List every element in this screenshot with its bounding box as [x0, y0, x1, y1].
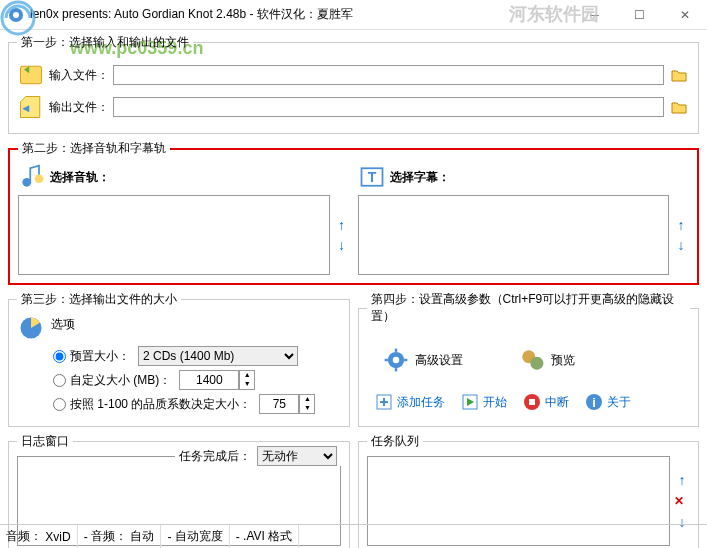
step1-fieldset: 第一步：选择输入和输出的文件 输入文件： 输出文件： — [8, 34, 699, 134]
input-file-icon — [17, 61, 45, 89]
svg-rect-20 — [529, 399, 535, 405]
advanced-settings-button[interactable]: 高级设置 — [383, 347, 463, 373]
step4-fieldset: 第四步：设置高级参数（Ctrl+F9可以打开更高级的隐藏设置） 高级设置 预览 … — [358, 291, 700, 427]
film-icon — [519, 347, 545, 373]
quality-spinner[interactable]: ▲▼ — [299, 394, 315, 414]
queue-remove-button[interactable]: ✕ — [674, 494, 690, 508]
info-icon: i — [585, 393, 603, 411]
browse-input-button[interactable] — [668, 65, 690, 85]
subtitle-up-button[interactable]: ↑ — [673, 217, 689, 233]
custom-size-spinner[interactable]: ▲▼ — [239, 370, 255, 390]
subtitle-down-button[interactable]: ↓ — [673, 237, 689, 253]
input-file-field[interactable] — [113, 65, 664, 85]
minimize-button[interactable]: ─ — [572, 0, 617, 30]
svg-text:T: T — [367, 169, 376, 185]
queue-up-button[interactable]: ↑ — [674, 472, 690, 488]
status-format: - .AVI 格式 — [230, 525, 299, 548]
svg-point-5 — [35, 174, 44, 183]
input-label: 输入文件： — [49, 67, 109, 84]
svg-point-1 — [13, 12, 19, 18]
quality-label: 按照 1-100 的品质系数决定大小： — [70, 396, 251, 413]
svg-rect-3 — [21, 66, 42, 84]
add-task-button[interactable]: 添加任务 — [375, 393, 445, 411]
step4-legend: 第四步：设置高级参数（Ctrl+F9可以打开更高级的隐藏设置） — [367, 291, 691, 325]
status-width: - 自动宽度 — [161, 525, 229, 548]
audio-icon — [18, 163, 46, 191]
after-complete-select[interactable]: 无动作 — [257, 446, 337, 466]
custom-size-field[interactable] — [179, 370, 239, 390]
close-button[interactable]: ✕ — [662, 0, 707, 30]
step2-fieldset: 第二步：选择音轨和字幕轨 选择音轨： ↑ ↓ T 选择字幕： — [8, 140, 699, 285]
step2-legend: 第二步：选择音轨和字幕轨 — [18, 140, 170, 157]
status-audio: - 音频： 自动 — [78, 525, 162, 548]
about-button[interactable]: i 关于 — [585, 393, 631, 411]
gear-icon — [383, 347, 409, 373]
preset-size-label: 预置大小： — [70, 348, 130, 365]
custom-size-label: 自定义大小 (MB)： — [70, 372, 171, 389]
window-title: len0x presents: Auto Gordian Knot 2.48b … — [30, 6, 572, 23]
add-icon — [375, 393, 393, 411]
quality-field[interactable] — [259, 394, 299, 414]
output-file-icon — [17, 93, 45, 121]
browse-output-button[interactable] — [668, 97, 690, 117]
app-icon — [8, 7, 24, 23]
custom-size-radio[interactable] — [53, 374, 66, 387]
svg-point-10 — [392, 357, 399, 364]
preview-label: 预览 — [551, 352, 575, 369]
after-complete-label: 任务完成后： — [179, 448, 251, 465]
preset-size-select[interactable]: 2 CDs (1400 Mb) — [138, 346, 298, 366]
svg-text:i: i — [592, 395, 596, 410]
audio-up-button[interactable]: ↑ — [334, 217, 350, 233]
titlebar: len0x presents: Auto Gordian Knot 2.48b … — [0, 0, 707, 30]
preset-size-radio[interactable] — [53, 350, 66, 363]
start-button[interactable]: 开始 — [461, 393, 507, 411]
audio-track-label: 选择音轨： — [50, 169, 110, 186]
output-file-field[interactable] — [113, 97, 664, 117]
maximize-button[interactable]: ☐ — [617, 0, 662, 30]
quality-radio[interactable] — [53, 398, 66, 411]
output-label: 输出文件： — [49, 99, 109, 116]
preview-button[interactable]: 预览 — [519, 347, 575, 373]
subtitle-track-label: 选择字幕： — [390, 169, 450, 186]
log-legend: 日志窗口 — [17, 433, 73, 450]
stop-icon — [523, 393, 541, 411]
step1-legend: 第一步：选择输入和输出的文件 — [17, 34, 193, 51]
options-label: 选项 — [51, 316, 75, 333]
subtitle-icon: T — [358, 163, 386, 191]
play-icon — [461, 393, 479, 411]
statusbar: 音频： XviD - 音频： 自动 - 自动宽度 - .AVI 格式 — [0, 524, 707, 548]
step3-legend: 第三步：选择输出文件的大小 — [17, 291, 181, 308]
queue-legend: 任务队列 — [367, 433, 423, 450]
status-video: 音频： XviD — [0, 525, 78, 548]
stop-button[interactable]: 中断 — [523, 393, 569, 411]
subtitle-track-list[interactable] — [358, 195, 670, 275]
audio-down-button[interactable]: ↓ — [334, 237, 350, 253]
audio-track-list[interactable] — [18, 195, 330, 275]
advanced-label: 高级设置 — [415, 352, 463, 369]
svg-point-16 — [530, 357, 543, 370]
window-controls: ─ ☐ ✕ — [572, 0, 707, 29]
pie-chart-icon — [17, 314, 45, 342]
step3-fieldset: 第三步：选择输出文件的大小 选项 预置大小： 2 CDs (1400 Mb) 自… — [8, 291, 350, 427]
